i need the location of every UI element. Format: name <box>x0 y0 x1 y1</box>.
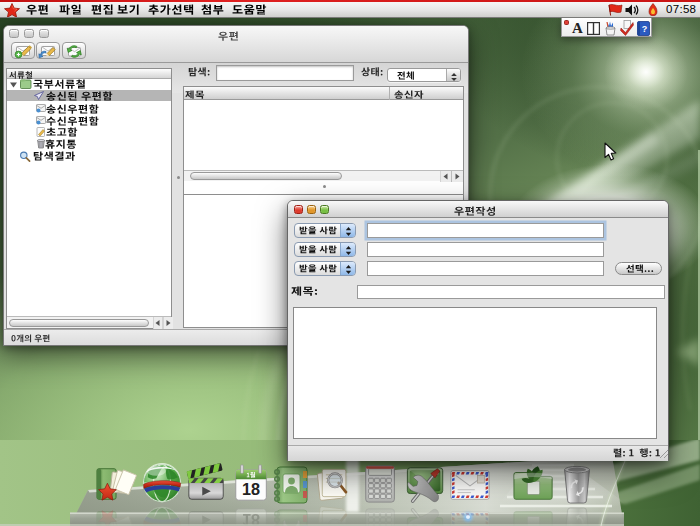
svg-text:?: ? <box>642 24 648 34</box>
svg-text:18: 18 <box>242 480 260 498</box>
svg-text:18: 18 <box>242 511 260 526</box>
